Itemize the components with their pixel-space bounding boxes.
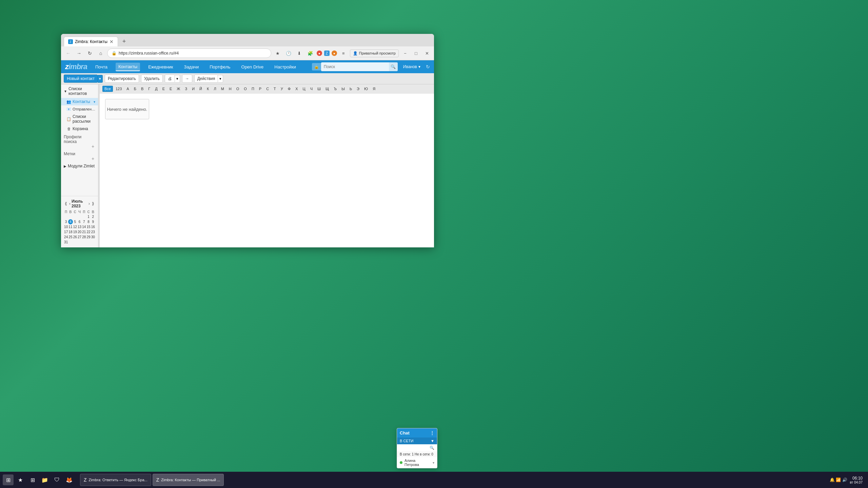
back-button[interactable]: ← (64, 49, 73, 58)
sidebar-item-lists[interactable]: 📋 Списки рассылки (61, 113, 98, 125)
nav-item-mail[interactable]: Почта (93, 63, 110, 71)
chat-contact-item[interactable]: Алина Петрова ▾ (397, 457, 437, 468)
alpha-btn-ь[interactable]: Ь (348, 86, 354, 92)
cal-day[interactable]: 11 (68, 224, 73, 229)
cal-day[interactable]: 16 (91, 224, 95, 229)
cal-day[interactable]: 29 (86, 235, 91, 240)
cal-day[interactable]: 19 (73, 229, 77, 235)
alpha-btn-й[interactable]: Й (197, 86, 204, 92)
nav-item-portfolio[interactable]: Портфель (207, 63, 233, 71)
alpha-btn-a[interactable]: A (124, 86, 131, 92)
alpha-btn-х[interactable]: Х (293, 86, 300, 92)
minimize-button[interactable]: − (401, 49, 410, 58)
close-button[interactable]: ✕ (422, 49, 431, 58)
print-dropdown[interactable]: ▾ (175, 75, 180, 83)
alpha-btn-е[interactable]: Е (167, 86, 174, 92)
alpha-btn-щ[interactable]: Щ (323, 86, 331, 92)
nav-item-settings[interactable]: Настройки (272, 63, 299, 71)
cal-day[interactable]: 12 (73, 224, 77, 229)
shield-button[interactable]: 🛡 (52, 474, 62, 485)
alpha-btn-о[interactable]: О (242, 86, 249, 92)
alpha-btn-л[interactable]: Л (212, 86, 218, 92)
cal-day[interactable]: 28 (82, 235, 86, 240)
cal-day[interactable]: 7 (82, 219, 86, 224)
cal-day[interactable]: 24 (64, 235, 68, 240)
cal-day[interactable]: 6 (77, 219, 82, 224)
chat-more-button[interactable]: ⋮ (430, 430, 434, 435)
actions-dropdown[interactable]: ▾ (218, 75, 223, 83)
alpha-btn-e[interactable]: E (160, 86, 167, 92)
user-dropdown[interactable]: ▾ (418, 64, 420, 69)
cal-day[interactable]: 9 (91, 219, 95, 224)
cal-day[interactable]: 10 (64, 224, 68, 229)
sidebar-item-sent[interactable]: 📧 Отправленные по электронн... (61, 105, 98, 113)
alpha-btn-з[interactable]: З (183, 86, 190, 92)
search-taskbar-button[interactable]: ★ (15, 474, 26, 485)
alpha-btn-г[interactable]: Г (146, 86, 152, 92)
apps-button[interactable]: ⊞ (27, 474, 38, 485)
history-button[interactable]: 🕐 (284, 49, 293, 58)
alpha-btn-t[interactable]: T (272, 86, 278, 92)
cal-day[interactable]: 31 (64, 240, 68, 245)
new-tab-button[interactable]: + (119, 37, 129, 46)
alpha-btn-ю[interactable]: Ю (362, 86, 370, 92)
alpha-btn-ч[interactable]: Ч (308, 86, 315, 92)
alpha-btn-п[interactable]: П (250, 86, 256, 92)
nav-item-tasks[interactable]: Задачи (181, 63, 202, 71)
alpha-btn-у[interactable]: У (279, 86, 285, 92)
alpha-btn-д[interactable]: Д (153, 86, 159, 92)
cal-day[interactable]: 27 (77, 235, 82, 240)
more-button[interactable]: ≡ (339, 49, 348, 58)
reload-button[interactable]: ↻ (85, 49, 94, 58)
chat-search-icon[interactable]: 🔍 (430, 446, 434, 450)
home-button[interactable]: ⌂ (96, 49, 105, 58)
cal-day[interactable]: 13 (77, 224, 82, 229)
cal-day[interactable]: 3 (64, 219, 68, 224)
alpha-btn-к[interactable]: К (205, 86, 211, 92)
alpha-btn-ш[interactable]: Ш (315, 86, 323, 92)
url-bar[interactable]: 🔒 https://zimbra.russian-office.ru/#4 (107, 48, 271, 58)
taskbar-app-1[interactable]: Z Zimbra: Ответить — Яндекс Бра... (80, 474, 151, 486)
alpha-btn-м[interactable]: М (219, 86, 226, 92)
tab-close-button[interactable]: ✕ (110, 39, 114, 44)
new-contact-button[interactable]: Новый контакт (64, 75, 98, 83)
chat-status-dropdown[interactable]: В СЕТИ ▼ (397, 438, 437, 444)
cal-next[interactable]: › (87, 201, 91, 206)
cal-day[interactable]: 2 (91, 214, 95, 219)
add-label-button[interactable]: + (91, 156, 95, 161)
cal-day[interactable]: 20 (77, 229, 82, 235)
cal-day[interactable]: 23 (91, 229, 95, 235)
alpha-btn-o[interactable]: O (234, 86, 241, 92)
cal-day[interactable]: 18 (68, 229, 73, 235)
contacts-section-header[interactable]: ▼ Списки контактов (61, 84, 98, 98)
cal-day[interactable]: 17 (64, 229, 68, 235)
new-contact-dropdown[interactable]: ▾ (98, 75, 103, 83)
download-button[interactable]: ⬇ (295, 49, 304, 58)
start-button[interactable]: ⊞ (3, 474, 14, 485)
print-button[interactable]: 🖨 (165, 75, 175, 83)
extensions-button[interactable]: 🧩 (306, 49, 315, 58)
contacts-dropdown[interactable]: ▾ (94, 100, 95, 104)
sidebar-item-contacts[interactable]: 👥 Контакты ▾ (61, 98, 98, 105)
forward-button[interactable]: → (75, 49, 83, 58)
cal-day[interactable]: 14 (82, 224, 86, 229)
nav-item-opendrive[interactable]: Open Drive (239, 63, 267, 71)
cal-prev-prev[interactable]: ⟪ (64, 201, 68, 206)
alpha-btn-123[interactable]: 123 (114, 86, 124, 92)
alpha-btn-ъ[interactable]: Ъ (332, 86, 339, 92)
actions-button[interactable]: Действия (194, 75, 218, 83)
nav-item-contacts[interactable]: Контакты (116, 63, 140, 71)
cal-day[interactable]: 22 (86, 229, 91, 235)
cal-day[interactable]: 26 (73, 235, 77, 240)
alpha-btn-н[interactable]: Н (227, 86, 234, 92)
move-button[interactable]: → (182, 75, 192, 83)
alpha-btn-ы[interactable]: Ы (339, 86, 347, 92)
cal-day[interactable]: 5 (73, 219, 77, 224)
cal-day[interactable]: 21 (82, 229, 86, 235)
sidebar-item-trash[interactable]: 🗑 Корзина (61, 125, 98, 133)
refresh-button[interactable]: ↻ (426, 64, 430, 69)
cal-day[interactable]: 15 (86, 224, 91, 229)
alpha-btn-э[interactable]: Э (355, 86, 361, 92)
zimlets-section-header[interactable]: ▶ Модули Zimlet (61, 162, 98, 170)
bookmark-button[interactable]: ★ (273, 49, 282, 58)
